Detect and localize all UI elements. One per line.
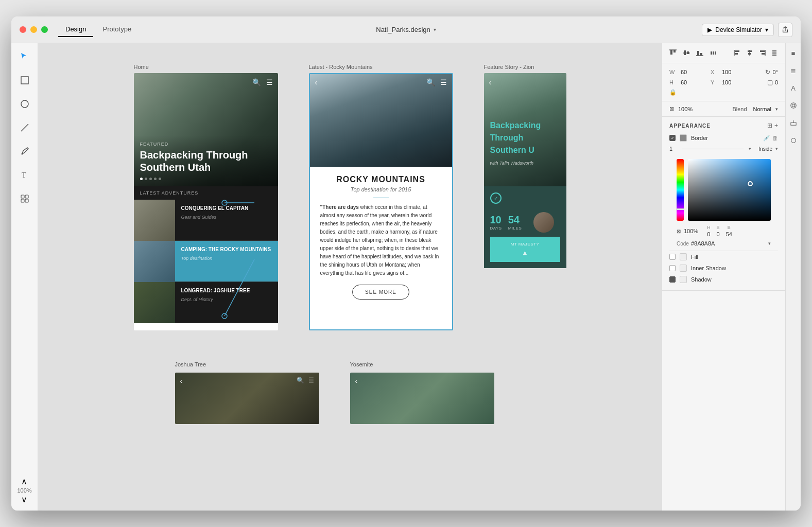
border-position-value[interactable]: Inside — [758, 146, 772, 152]
y-value[interactable]: 100 — [722, 79, 742, 85]
border-dropdown-chevron[interactable]: ▾ — [749, 146, 751, 151]
extra-circle-icon[interactable] — [788, 135, 799, 146]
extra-properties-icon[interactable]: ≡ — [788, 47, 799, 59]
extra-mask-icon[interactable] — [788, 100, 799, 111]
tab-design[interactable]: Design — [58, 22, 93, 37]
tool-circle[interactable] — [18, 97, 32, 111]
feature-body: ✓ 10 DAYS 54 — [484, 186, 566, 268]
tool-text[interactable]: T — [18, 168, 32, 182]
screens-row-1: Home 🔍 ☰ FEATURED Backpacking T — [134, 64, 566, 330]
search-icon[interactable]: 🔍 — [252, 78, 261, 86]
align-top-icon[interactable] — [667, 47, 679, 59]
blend-chevron-icon[interactable]: ▾ — [775, 107, 778, 112]
corner-value[interactable]: 0 — [775, 79, 778, 85]
align-left-icon[interactable] — [732, 47, 743, 59]
article-search-icon[interactable]: 🔍 — [426, 78, 435, 86]
appearance-copy-icon[interactable]: ⊞ — [767, 122, 772, 129]
svg-rect-27 — [735, 50, 739, 52]
code-dropdown-chevron[interactable]: ▾ — [768, 241, 771, 246]
x-value[interactable]: 100 — [722, 69, 742, 75]
extra-list-icon[interactable]: ≣ — [788, 65, 799, 76]
opacity-value[interactable]: 100% — [678, 106, 696, 112]
joshua-search-icon[interactable]: 🔍 — [297, 377, 304, 385]
appearance-fill: Fill — [669, 251, 778, 262]
inner-shadow-color-swatch[interactable] — [680, 265, 687, 272]
adventure-item-1[interactable]: CONQUERING EL CAPITAN Gear and Guides — [134, 200, 278, 241]
tool-pen[interactable] — [18, 144, 32, 159]
color-opacity-value[interactable]: 100% — [684, 228, 702, 234]
h-value[interactable]: 60 — [681, 79, 701, 85]
extra-text-icon[interactable]: A — [788, 82, 799, 94]
shadow-checkbox[interactable] — [669, 276, 676, 283]
zoom-up-icon[interactable]: ∧ — [21, 477, 27, 486]
border-delete-icon[interactable]: 🗑 — [772, 135, 778, 142]
distribute-icon[interactable] — [707, 47, 719, 59]
joshua-menu-icon[interactable]: ☰ — [308, 377, 314, 385]
screen-feature[interactable]: ‹ Backpacking Through Southern U with Ta… — [484, 73, 566, 330]
tab-prototype[interactable]: Prototype — [95, 22, 139, 37]
border-color-swatch[interactable] — [680, 134, 687, 142]
screens-row-2: Joshua Tree ‹ 🔍 ☰ — [175, 361, 494, 424]
feature-back-icon[interactable]: ‹ — [489, 78, 492, 86]
tool-rectangle[interactable] — [18, 73, 32, 87]
rotation-value[interactable]: 0° — [772, 69, 778, 75]
shadow-color-swatch[interactable] — [680, 276, 687, 283]
hue-strip[interactable] — [677, 159, 684, 221]
border-position-chevron[interactable]: ▾ — [775, 146, 778, 151]
border-eyedropper-icon[interactable]: 💉 — [763, 135, 770, 142]
zoom-down-icon[interactable]: ∨ — [21, 495, 27, 504]
align-right-icon[interactable] — [756, 47, 768, 59]
h-value-color[interactable]: 0 — [707, 231, 710, 237]
tool-arrow[interactable] — [18, 49, 32, 64]
joshua-back-icon[interactable]: ‹ — [180, 377, 183, 385]
hsb-h: H 0 — [707, 225, 711, 237]
title-chevron-icon[interactable]: ▾ — [434, 27, 436, 32]
screen-rocky[interactable]: ‹ 🔍 ☰ ROCKY MOUNTAINS Top destination fo… — [309, 73, 453, 330]
fill-color-swatch[interactable] — [680, 253, 687, 260]
tool-line[interactable] — [18, 120, 32, 135]
screen-yosemite[interactable]: ‹ — [350, 373, 494, 424]
w-value[interactable]: 60 — [681, 69, 701, 75]
blend-value[interactable]: Normal — [753, 106, 771, 112]
border-controls: 1 ▾ Inside ▾ — [669, 146, 778, 152]
appearance-shadow: Shadow — [669, 274, 778, 285]
left-toolbar: T ∧ 100% ∨ — [11, 43, 38, 511]
fill-checkbox[interactable] — [669, 254, 676, 260]
align-center-icon[interactable] — [744, 47, 755, 59]
share-button[interactable] — [778, 23, 792, 37]
color-code-row: Code #8A8A8A ▾ — [677, 240, 771, 247]
canvas-area[interactable]: Home 🔍 ☰ FEATURED Backpacking T — [38, 43, 662, 511]
saturation-box[interactable] — [688, 159, 771, 221]
file-title: Natl_Parks.design — [376, 26, 430, 33]
fullscreen-button[interactable] — [41, 26, 48, 33]
screen-joshua[interactable]: ‹ 🔍 ☰ — [175, 373, 319, 424]
minimize-button[interactable] — [30, 26, 37, 33]
close-button[interactable] — [20, 26, 26, 33]
device-simulator-button[interactable]: ▶ Device Simulator ▾ — [702, 24, 774, 36]
code-value[interactable]: #8A8A8A — [691, 240, 766, 247]
border-checkbox[interactable] — [669, 135, 676, 141]
corner-section: ▢ 0 — [767, 79, 778, 86]
screens-container: Home 🔍 ☰ FEATURED Backpacking T — [134, 64, 566, 424]
b-value-color[interactable]: 54 — [726, 231, 732, 237]
align-bottom-icon[interactable] — [694, 47, 705, 59]
back-icon[interactable]: ‹ — [315, 78, 318, 86]
adventure-item-2[interactable]: CAMPING: THE ROCKY MOUNTAINS Top destina… — [134, 241, 278, 282]
menu-icon[interactable]: ☰ — [266, 78, 273, 86]
distribute-v-icon[interactable] — [769, 47, 780, 59]
adventure-item-3[interactable]: LONGREAD: JOSHUE TREE Dept. of History — [134, 282, 278, 323]
border-width-value[interactable]: 1 — [669, 146, 677, 152]
inner-shadow-checkbox[interactable] — [669, 265, 676, 271]
tool-component[interactable] — [18, 191, 32, 206]
extra-export-icon[interactable] — [788, 117, 799, 129]
appearance-add-icon[interactable]: + — [774, 122, 778, 129]
see-more-button[interactable]: SEE MORE — [352, 285, 409, 300]
yosemite-back-icon[interactable]: ‹ — [355, 377, 358, 385]
screen-home[interactable]: 🔍 ☰ FEATURED Backpacking Through Souther… — [134, 73, 278, 330]
s-value-color[interactable]: 0 — [717, 231, 720, 237]
lock-icon[interactable]: 🔒 — [669, 89, 677, 96]
article-menu-icon[interactable]: ☰ — [440, 78, 447, 86]
align-icons-right — [732, 47, 780, 59]
blend-label: Blend — [732, 106, 747, 112]
align-middle-icon[interactable] — [681, 47, 692, 59]
